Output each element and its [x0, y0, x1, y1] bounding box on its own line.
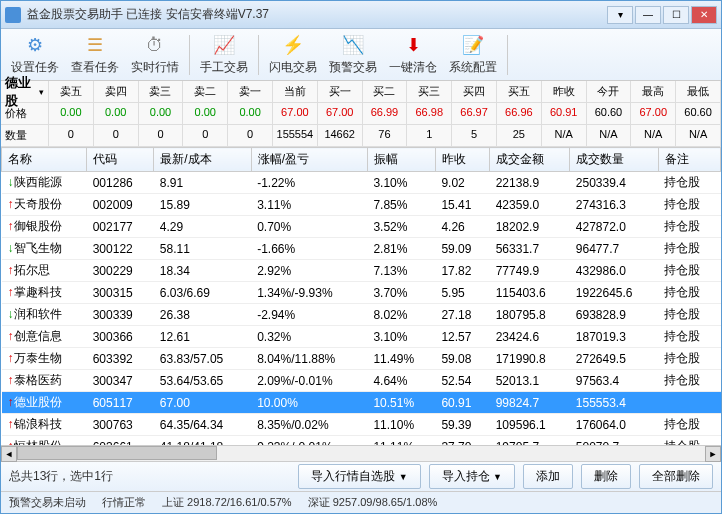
cell-note: 持仓股 — [658, 304, 720, 326]
tool-label: 预警交易 — [329, 59, 377, 76]
table-row[interactable]: ↓陕西能源0012868.91-1.22%3.10%9.0222138.9250… — [2, 172, 721, 194]
column-header[interactable]: 代码 — [87, 148, 154, 172]
sh-index: 上证 2918.72/16.61/0.57% — [162, 495, 292, 510]
toolbar-config[interactable]: 📝系统配置 — [443, 31, 503, 78]
cell-name: ↑泰格医药 — [2, 370, 87, 392]
cell-chg: 2.92% — [251, 260, 367, 282]
cell-price: 12.61 — [154, 326, 251, 348]
cell-code: 002177 — [87, 216, 154, 238]
arrow-up-icon: ↑ — [8, 417, 14, 431]
cell-price: 6.03/6.69 — [154, 282, 251, 304]
table-row[interactable]: ↑泰格医药30034753.64/53.652.09%/-0.01%4.64%5… — [2, 370, 721, 392]
table-row[interactable]: ↑天奇股份00200915.893.11%7.85%15.4142359.027… — [2, 194, 721, 216]
price-cell: 0 — [183, 125, 228, 146]
minimize-button[interactable]: — — [635, 6, 661, 24]
table-row[interactable]: ↑创意信息30036612.610.32%3.10%12.5723424.618… — [2, 326, 721, 348]
column-header[interactable]: 昨收 — [435, 148, 489, 172]
chevron-down-icon: ▼ — [493, 472, 502, 482]
cell-prev: 27.18 — [435, 304, 489, 326]
price-col-header: 买三 — [407, 81, 452, 102]
cell-amt: 18202.9 — [490, 216, 570, 238]
table-row[interactable]: ↑拓尔思30022918.342.92%7.13%17.8277749.9432… — [2, 260, 721, 282]
price-cell: 67.00 — [631, 103, 676, 124]
column-header[interactable]: 成交金额 — [490, 148, 570, 172]
cell-vol: 176064.0 — [570, 414, 659, 436]
arrow-up-icon: ↑ — [8, 373, 14, 387]
summary-text: 总共13行，选中1行 — [9, 468, 290, 485]
cell-prev: 12.57 — [435, 326, 489, 348]
table-row[interactable]: ↓智飞生物30012258.11-1.66%2.81%59.0956331.79… — [2, 238, 721, 260]
footer-button[interactable]: 添加 — [523, 464, 573, 489]
cell-amp: 10.51% — [367, 392, 435, 414]
cell-amt: 56331.7 — [490, 238, 570, 260]
dropdown-button[interactable]: ▾ — [607, 6, 633, 24]
footer-button[interactable]: 导入行情自选股 ▼ — [298, 464, 420, 489]
column-header[interactable]: 成交数量 — [570, 148, 659, 172]
scroll-left-button[interactable]: ◄ — [1, 446, 17, 462]
close-button[interactable]: ✕ — [691, 6, 717, 24]
footer-button[interactable]: 删除 — [581, 464, 631, 489]
toolbar-list[interactable]: ☰查看任务 — [65, 31, 125, 78]
toolbar-bolt[interactable]: ⚡闪电交易 — [263, 31, 323, 78]
table-row[interactable]: ↑御银股份0021774.290.70%3.52%4.2618202.94278… — [2, 216, 721, 238]
price-cell: 60.91 — [542, 103, 587, 124]
cell-note: 持仓股 — [658, 216, 720, 238]
cell-note: 持仓股 — [658, 414, 720, 436]
config-icon: 📝 — [461, 33, 485, 57]
titlebar: 益金股票交易助手 已连接 安信安睿终端V7.37 ▾ — ☐ ✕ — [1, 1, 721, 29]
table-row[interactable]: ↑掌趣科技3003156.03/6.691.34%/-9.93%3.70%5.9… — [2, 282, 721, 304]
cell-chg: 3.11% — [251, 194, 367, 216]
column-header[interactable]: 备注 — [658, 148, 720, 172]
cell-amp: 3.70% — [367, 282, 435, 304]
column-header[interactable]: 名称 — [2, 148, 87, 172]
price-cell: 14662 — [318, 125, 363, 146]
scroll-thumb[interactable] — [17, 446, 217, 460]
price-cell: 5 — [452, 125, 497, 146]
cell-prev: 37.70 — [435, 436, 489, 446]
footer-button[interactable]: 导入持仓 ▼ — [429, 464, 515, 489]
cell-note: 持仓股 — [658, 282, 720, 304]
price-cell: 0.00 — [183, 103, 228, 124]
toolbar-gear[interactable]: ⚙设置任务 — [5, 31, 65, 78]
sz-index: 深证 9257.09/98.65/1.08% — [308, 495, 438, 510]
cell-chg: 10.00% — [251, 392, 367, 414]
statusbar: 预警交易未启动 行情正常 上证 2918.72/16.61/0.57% 深证 9… — [1, 491, 721, 513]
footer-button[interactable]: 全部删除 — [639, 464, 713, 489]
price-cell: N/A — [542, 125, 587, 146]
arrow-up-icon: ↑ — [8, 263, 14, 277]
cell-amp: 3.10% — [367, 172, 435, 194]
price-cell: 1 — [407, 125, 452, 146]
price-cell: 0 — [49, 125, 94, 146]
table-row[interactable]: ↑万泰生物60339263.83/57.058.04%/11.88%11.49%… — [2, 348, 721, 370]
table-row[interactable]: ↑德业股份60511767.0010.00%10.51%60.9199824.7… — [2, 392, 721, 414]
toolbar-down[interactable]: ⬇一键清仓 — [383, 31, 443, 78]
table-wrap[interactable]: 名称代码最新/成本涨幅/盈亏振幅昨收成交金额成交数量备注↓陕西能源0012868… — [1, 147, 721, 445]
cell-code: 300339 — [87, 304, 154, 326]
column-header[interactable]: 最新/成本 — [154, 148, 251, 172]
column-header[interactable]: 振幅 — [367, 148, 435, 172]
maximize-button[interactable]: ☐ — [663, 6, 689, 24]
arrow-up-icon: ↑ — [8, 197, 14, 211]
cell-name: ↑创意信息 — [2, 326, 87, 348]
h-scrollbar[interactable]: ◄ ► — [1, 445, 721, 461]
toolbar-chart[interactable]: 📈手工交易 — [194, 31, 254, 78]
toolbar: ⚙设置任务☰查看任务⏱实时行情📈手工交易⚡闪电交易📉预警交易⬇一键清仓📝系统配置 — [1, 29, 721, 81]
cell-code: 300366 — [87, 326, 154, 348]
cell-code: 001286 — [87, 172, 154, 194]
price-cell: 66.97 — [452, 103, 497, 124]
column-header[interactable]: 涨幅/盈亏 — [251, 148, 367, 172]
cell-amt: 115403.6 — [490, 282, 570, 304]
cell-chg: 8.35%/0.02% — [251, 414, 367, 436]
app-icon — [5, 7, 21, 23]
market-status: 行情正常 — [102, 495, 146, 510]
cell-note: 持仓股 — [658, 436, 720, 446]
stock-table: 名称代码最新/成本涨幅/盈亏振幅昨收成交金额成交数量备注↓陕西能源0012868… — [1, 147, 721, 445]
table-row[interactable]: ↓润和软件30033926.38-2.94%8.02%27.18180795.8… — [2, 304, 721, 326]
scroll-right-button[interactable]: ► — [705, 446, 721, 462]
table-row[interactable]: ↑锦浪科技30076364.35/64.348.35%/0.02%11.10%5… — [2, 414, 721, 436]
tool-label: 系统配置 — [449, 59, 497, 76]
table-row[interactable]: ↑恒林股份60366141.18/41.189.23%/-0.01%11.11%… — [2, 436, 721, 446]
cell-chg: 8.04%/11.88% — [251, 348, 367, 370]
toolbar-clock[interactable]: ⏱实时行情 — [125, 31, 185, 78]
toolbar-alert[interactable]: 📉预警交易 — [323, 31, 383, 78]
